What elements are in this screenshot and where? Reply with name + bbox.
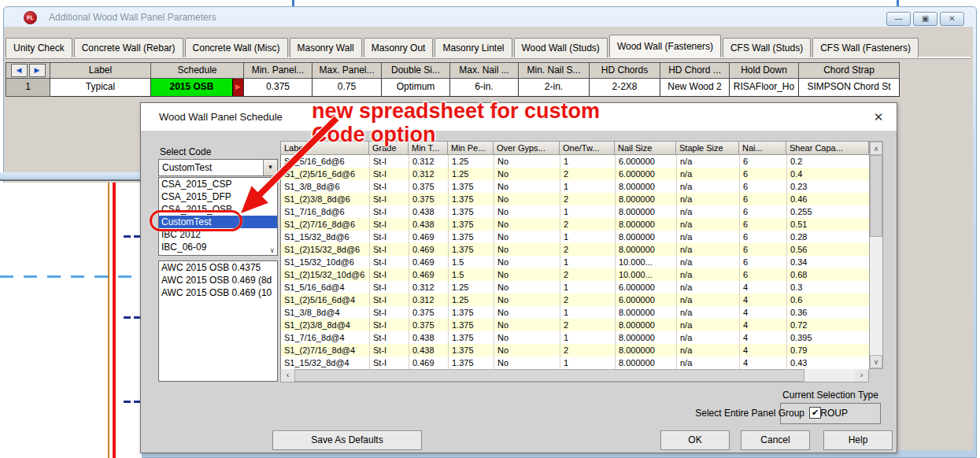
table-cell[interactable]: S1_(2)3/8_8d@4 xyxy=(281,319,370,331)
table-cell[interactable]: S1_15/32_8d@6 xyxy=(281,231,370,243)
minimize-button[interactable]: — xyxy=(886,12,911,26)
table-cell[interactable]: 1 xyxy=(560,256,616,268)
table-cell[interactable]: St-I xyxy=(370,243,409,256)
table-cell[interactable]: 4 xyxy=(740,294,787,306)
table-cell[interactable]: 0.68 xyxy=(787,268,870,281)
tab-cfs-wall-fasteners[interactable]: CFS Wall (Fasteners) xyxy=(812,38,919,57)
table-cell[interactable]: No xyxy=(494,180,560,193)
table-cell[interactable]: No xyxy=(494,218,560,231)
table-cell[interactable]: 1.375 xyxy=(449,180,494,193)
table-cell[interactable]: 1 xyxy=(560,281,616,294)
table-cell[interactable]: 1.375 xyxy=(449,218,494,231)
table-cell[interactable]: 0.4 xyxy=(787,168,870,180)
table-cell[interactable]: 0.469 xyxy=(409,231,449,243)
table-cell[interactable]: 1.375 xyxy=(449,319,494,331)
table-cell[interactable]: n/a xyxy=(677,268,740,281)
table-cell[interactable]: 6.000000 xyxy=(616,281,677,294)
table-cell[interactable]: S1_15/32_10d@6 xyxy=(281,256,370,268)
table-row[interactable]: S1_15/32_8d@4St-I0.4691.375No18.000000n/… xyxy=(281,356,870,369)
table-cell[interactable]: No xyxy=(494,205,560,218)
code-list-item-csa-2015-csp[interactable]: CSA_2015_CSP xyxy=(159,178,277,190)
table-cell[interactable]: 0.375 xyxy=(409,306,449,319)
table-cell[interactable]: 0.375 xyxy=(409,193,449,205)
table-cell[interactable]: 6 xyxy=(740,231,787,243)
table-cell[interactable]: 6 xyxy=(740,268,787,281)
table-cell[interactable]: 0.375 xyxy=(409,180,449,193)
table-row[interactable]: S1_(2)3/8_8d@4St-I0.3751.375No28.000000n… xyxy=(281,319,870,331)
table-cell[interactable]: 6 xyxy=(740,155,787,168)
table-cell[interactable]: No xyxy=(494,319,560,331)
table-cell[interactable]: 6 xyxy=(740,180,787,193)
table-cell[interactable]: n/a xyxy=(677,356,740,369)
sheet-cell-max-panel[interactable]: 0.75 xyxy=(312,79,382,97)
table-cell[interactable]: 1.5 xyxy=(449,268,494,281)
table-cell[interactable]: 6.000000 xyxy=(616,155,677,168)
table-cell[interactable]: 4 xyxy=(740,331,787,344)
sheet-cell-hd-chord[interactable]: New Wood 2 xyxy=(660,79,730,97)
table-cell[interactable]: 0.34 xyxy=(787,256,870,268)
table-cell[interactable]: n/a xyxy=(677,344,740,356)
table-cell[interactable]: 8.000000 xyxy=(616,193,677,205)
custom-list-item[interactable]: AWC 2015 OSB 0.4375 xyxy=(159,261,277,274)
table-cell[interactable]: 6 xyxy=(740,205,787,218)
table-row[interactable]: S1_(2)7/16_8d@4St-I0.4381.375No28.000000… xyxy=(281,344,870,356)
table-cell[interactable]: No xyxy=(494,294,560,306)
table-cell[interactable]: 2 xyxy=(560,218,616,231)
cancel-button[interactable]: Cancel xyxy=(741,430,810,450)
table-cell[interactable]: 0.23 xyxy=(787,180,870,193)
scrollbar-thumb[interactable] xyxy=(294,369,804,382)
table-cell[interactable]: 1.5 xyxy=(449,256,494,268)
prev-record-button[interactable]: ◀ xyxy=(11,64,28,77)
table-cell[interactable]: No xyxy=(494,356,560,369)
table-row[interactable]: S1_5/16_6d@4St-I0.3121.25No16.000000n/a4… xyxy=(281,281,870,294)
table-col-nai[interactable]: Nai... xyxy=(739,141,786,155)
table-cell[interactable]: 1 xyxy=(560,155,616,168)
table-cell[interactable]: 1.375 xyxy=(449,193,494,205)
table-cell[interactable]: n/a xyxy=(677,319,740,331)
table-cell[interactable]: 10.000... xyxy=(616,268,677,281)
table-cell[interactable]: No xyxy=(494,243,560,256)
table-row[interactable]: S1_(2)5/16_6d@4St-I0.3121.25No26.000000n… xyxy=(281,294,870,306)
chevron-down-icon[interactable]: ▼ xyxy=(263,160,277,175)
custom-list-item[interactable]: AWC 2015 OSB 0.469 (10 xyxy=(159,286,277,299)
table-cell[interactable]: 6 xyxy=(740,168,787,180)
table-cell[interactable]: St-I xyxy=(370,344,409,356)
table-cell[interactable]: 0.2 xyxy=(787,155,870,168)
scrollbar-thumb[interactable] xyxy=(870,155,882,237)
table-cell[interactable]: 8.000000 xyxy=(616,344,677,356)
table-cell[interactable]: 0.312 xyxy=(409,168,449,180)
table-cell[interactable]: St-I xyxy=(370,281,409,294)
table-cell[interactable]: 0.469 xyxy=(409,268,449,281)
table-cell[interactable]: 0.3 xyxy=(787,281,870,294)
table-cell[interactable]: S1_5/16_6d@4 xyxy=(281,281,370,294)
window-titlebar[interactable]: FL Additional Wood Wall Panel Parameters… xyxy=(3,6,977,28)
table-cell[interactable]: S1_5/16_6d@6 xyxy=(281,155,370,168)
table-cell[interactable]: S1_3/8_8d@6 xyxy=(281,180,370,193)
tab-concrete-wall-rebar[interactable]: Concrete Wall (Rebar) xyxy=(74,38,183,57)
code-list-item-csa-2015-dfp[interactable]: CSA_2015_DFP xyxy=(159,190,277,203)
table-cell[interactable]: 8.000000 xyxy=(616,180,677,193)
table-cell[interactable]: 0.51 xyxy=(787,218,870,231)
table-cell[interactable]: No xyxy=(494,155,560,168)
sheet-cell-hd-chords[interactable]: 2-2X8 xyxy=(590,79,660,97)
scroll-left-icon[interactable]: ‹ xyxy=(281,369,294,382)
table-cell[interactable]: 8.000000 xyxy=(616,356,677,369)
table-cell[interactable]: 0.79 xyxy=(787,344,870,356)
table-cell[interactable]: n/a xyxy=(677,180,740,193)
table-cell[interactable]: 0.312 xyxy=(409,281,449,294)
table-row[interactable]: S1_(2)3/8_8d@6St-I0.3751.375No28.000000n… xyxy=(281,193,870,205)
table-cell[interactable]: St-I xyxy=(370,294,409,306)
table-cell[interactable]: n/a xyxy=(677,168,740,180)
table-cell[interactable]: S1_(2)7/16_8d@6 xyxy=(281,218,370,231)
table-cell[interactable]: n/a xyxy=(677,218,740,231)
table-cell[interactable]: No xyxy=(494,331,560,344)
table-cell[interactable]: 0.43 xyxy=(787,356,870,369)
table-cell[interactable]: 0.36 xyxy=(787,306,870,319)
table-cell[interactable]: 4 xyxy=(740,344,787,356)
save-as-defaults-button[interactable]: Save As Defaults xyxy=(272,430,422,450)
table-cell[interactable]: 1.25 xyxy=(449,155,494,168)
table-cell[interactable]: n/a xyxy=(677,231,740,243)
table-cell[interactable]: 0.395 xyxy=(787,331,870,344)
table-cell[interactable]: 1 xyxy=(560,306,616,319)
custom-list-item[interactable]: AWC 2015 OSB 0.469 (8d xyxy=(159,274,277,286)
